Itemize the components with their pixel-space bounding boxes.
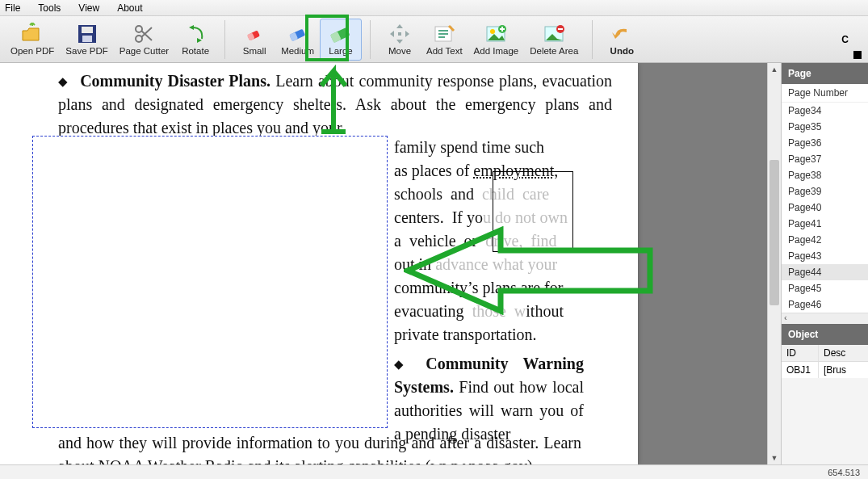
toolbar-separator bbox=[224, 20, 225, 59]
object-row[interactable]: OBJ1 [Brus bbox=[782, 362, 868, 378]
toolbar-label: Page Cutter bbox=[120, 46, 169, 56]
add-text-button[interactable]: Add Text bbox=[421, 19, 468, 61]
toolbar-label: Small bbox=[243, 46, 266, 56]
toolbar-separator bbox=[592, 20, 593, 59]
page-list-row[interactable]: Page38 bbox=[782, 167, 868, 183]
text-icon bbox=[433, 23, 455, 45]
erased-area[interactable] bbox=[32, 136, 388, 428]
toolbar-right-square bbox=[853, 51, 862, 59]
menu-file[interactable]: File bbox=[5, 2, 20, 14]
eraser-icon bbox=[243, 23, 266, 45]
toolbar-separator bbox=[370, 20, 371, 59]
menu-tools[interactable]: Tools bbox=[38, 2, 61, 14]
undo-icon bbox=[610, 23, 633, 45]
toolbar-label: Add Text bbox=[426, 46, 463, 56]
svg-point-14 bbox=[490, 29, 495, 34]
doc-line: out in advance what your bbox=[394, 253, 584, 276]
statusbar: 654.513 bbox=[0, 464, 868, 479]
toolbar-label: Large bbox=[329, 46, 352, 56]
page-list-row[interactable]: Page36 bbox=[782, 135, 868, 151]
object-col-desc: Desc bbox=[819, 345, 868, 361]
delete-area-button[interactable]: Delete Area bbox=[524, 19, 584, 61]
object-col-id: ID bbox=[782, 345, 819, 361]
toolbar-label: Undo bbox=[610, 46, 634, 56]
folder-open-icon bbox=[21, 23, 44, 45]
eraser-small-button[interactable]: Small bbox=[233, 19, 275, 61]
document-page: Community Disaster Plans. Learn about co… bbox=[0, 63, 638, 464]
scroll-thumb[interactable] bbox=[769, 160, 779, 305]
eraser-icon bbox=[329, 23, 352, 45]
svg-rect-2 bbox=[82, 36, 92, 42]
image-icon bbox=[484, 23, 507, 45]
page-list-row[interactable]: Page43 bbox=[782, 248, 868, 264]
toolbar-label: Add Image bbox=[474, 46, 519, 56]
sidebar-page-header: Page bbox=[782, 63, 868, 84]
object-row-id: OBJ1 bbox=[782, 362, 819, 378]
toolbar: Open PDF Save PDF Page Cutter Rotate Sma… bbox=[0, 16, 868, 63]
sidebar-object-header: Object bbox=[782, 324, 868, 345]
document-scrollbar[interactable]: ▲ ▼ bbox=[767, 63, 781, 464]
page-list-row[interactable]: Page34 bbox=[782, 103, 868, 119]
rotate-button[interactable]: Rotate bbox=[174, 19, 216, 61]
toolbar-label: Open PDF bbox=[10, 46, 54, 56]
para2-body-b: and how they will provide information to… bbox=[58, 434, 581, 464]
page-list-row[interactable]: Page40 bbox=[782, 200, 868, 216]
scroll-down-icon[interactable]: ▼ bbox=[768, 452, 781, 464]
toolbar-label: Delete Area bbox=[530, 46, 578, 56]
doc-line: community’s plans are for bbox=[394, 276, 584, 300]
eraser-cursor bbox=[493, 171, 573, 252]
menubar: File Tools View About bbox=[0, 0, 868, 16]
add-image-button[interactable]: Add Image bbox=[468, 19, 525, 61]
document-viewport[interactable]: Community Disaster Plans. Learn about co… bbox=[0, 63, 767, 464]
delete-icon bbox=[543, 23, 565, 45]
toolbar-label: Save PDF bbox=[65, 46, 107, 56]
open-pdf-button[interactable]: Open PDF bbox=[5, 19, 60, 61]
scroll-up-icon[interactable]: ▲ bbox=[768, 63, 781, 76]
doc-line: private transportation. bbox=[394, 323, 584, 347]
save-pdf-button[interactable]: Save PDF bbox=[60, 19, 113, 61]
menu-view[interactable]: View bbox=[78, 2, 99, 14]
eraser-icon bbox=[287, 23, 309, 45]
page-cutter-button[interactable]: Page Cutter bbox=[114, 19, 174, 61]
scissors-icon bbox=[132, 23, 155, 45]
toolbar-label: Rotate bbox=[182, 46, 209, 56]
sidebar: Page Page Number Page34Page35Page36Page3… bbox=[781, 63, 868, 464]
svg-rect-11 bbox=[398, 32, 401, 36]
eraser-medium-button[interactable]: Medium bbox=[275, 19, 320, 61]
move-icon bbox=[388, 23, 411, 45]
menu-about[interactable]: About bbox=[117, 2, 142, 14]
page-list-row[interactable]: Page37 bbox=[782, 151, 868, 167]
page-list-row[interactable]: Page41 bbox=[782, 216, 868, 232]
doc-line: evacuating those without bbox=[394, 300, 584, 323]
page-list-row[interactable]: Page35 bbox=[782, 119, 868, 135]
eraser-large-button[interactable]: Large bbox=[320, 19, 362, 61]
main-area: Community Disaster Plans. Learn about co… bbox=[0, 63, 868, 464]
object-table: ID Desc OBJ1 [Brus bbox=[782, 345, 868, 378]
move-button[interactable]: Move bbox=[379, 19, 421, 61]
svg-rect-1 bbox=[82, 27, 93, 33]
page-list-column-header: Page Number bbox=[782, 84, 868, 103]
object-row-desc: [Brus bbox=[819, 362, 868, 378]
page-list-row[interactable]: Page46 bbox=[782, 296, 868, 313]
toolbar-label: Move bbox=[388, 46, 411, 56]
page-list-row[interactable]: Page45 bbox=[782, 280, 868, 296]
status-coords: 654.513 bbox=[828, 468, 860, 477]
doc-line: family spend time such bbox=[394, 136, 584, 159]
toolbar-right-fragment: C bbox=[841, 34, 849, 45]
page-list: Page Number Page34Page35Page36Page37Page… bbox=[782, 84, 868, 324]
page-list-row[interactable]: Page42 bbox=[782, 232, 868, 248]
floppy-icon bbox=[76, 23, 99, 45]
rotate-icon bbox=[184, 23, 207, 45]
page-list-row[interactable]: Page44 bbox=[782, 264, 868, 280]
page-list-hscroll[interactable] bbox=[782, 313, 868, 324]
toolbar-label: Medium bbox=[281, 46, 314, 56]
page-list-row[interactable]: Page39 bbox=[782, 183, 868, 200]
undo-button[interactable]: Undo bbox=[601, 19, 643, 61]
para1-title: Community Disaster Plans. bbox=[80, 72, 270, 90]
